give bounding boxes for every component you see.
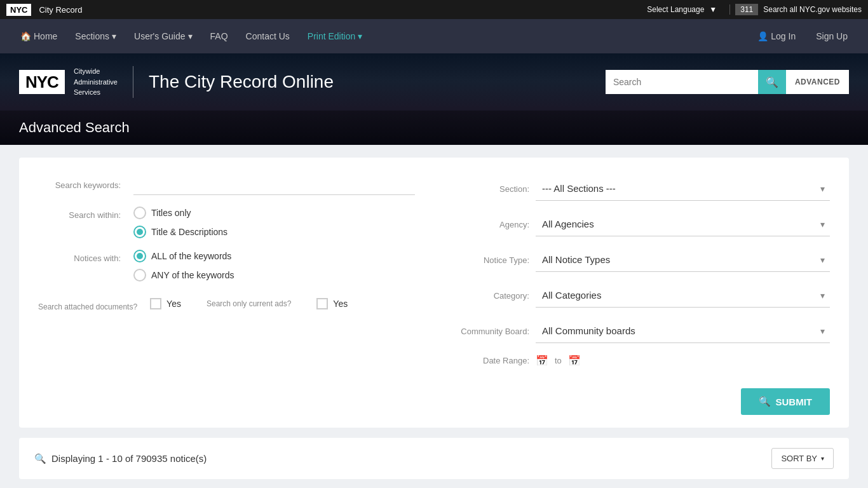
- keywords-control: [133, 177, 415, 195]
- category-row: Category: All Categories: [453, 283, 830, 308]
- radio-titles-only-label: Titles only: [151, 208, 191, 218]
- date-range-row: Date Range: 📅 to 📅: [453, 355, 830, 367]
- notices-with-row: Notices with: ALL of the keywords ANY of…: [38, 250, 415, 281]
- radio-title-desc-circle: [133, 226, 146, 238]
- results-bar-card: 🔍 Displaying 1 - 10 of 790935 notice(s) …: [19, 438, 849, 479]
- nyc-big-logo: NYC: [19, 70, 65, 94]
- radio-any-keywords-label: ANY of the keywords: [151, 270, 234, 280]
- radio-all-keywords-label: ALL of the keywords: [151, 251, 231, 261]
- attached-docs-checkbox-box: [150, 298, 161, 309]
- radio-titles-only-circle: [133, 207, 146, 219]
- city-record-label: City Record: [39, 5, 82, 15]
- date-to-label: to: [555, 356, 562, 365]
- submit-button[interactable]: 🔍 SUBMIT: [741, 388, 831, 415]
- notices-with-label: Notices with:: [38, 250, 121, 263]
- main-content: Search keywords: Search within: Titles o…: [0, 145, 868, 488]
- hero-inner: NYC Citywide Administrative Services The…: [0, 53, 868, 111]
- guide-chevron-icon: ▾: [188, 31, 193, 41]
- notice-type-row: Notice Type: All Notice Types: [453, 248, 830, 272]
- search-within-radio-group: Titles only Title & Descriptions: [133, 207, 415, 238]
- nav-right: 👤 Log In Sign Up: [750, 26, 855, 46]
- search-icon: 🔍: [766, 76, 778, 88]
- agency-label: Agency:: [453, 220, 529, 229]
- current-ads-checkbox-label: Yes: [333, 299, 348, 309]
- checkboxes-control: Yes Search only current ads? Yes: [150, 298, 415, 309]
- advanced-search-button[interactable]: ADVANCED: [786, 70, 849, 94]
- community-board-select[interactable]: All Community boards: [536, 319, 830, 343]
- divider: [729, 4, 730, 15]
- select-language[interactable]: Select Language: [647, 5, 704, 14]
- form-right: Section: --- All Sections --- Agency: Al…: [453, 177, 830, 415]
- attached-docs-checkbox-label: Yes: [166, 299, 181, 309]
- search-form-card: Search keywords: Search within: Titles o…: [19, 158, 849, 428]
- results-count: Displaying 1 - 10 of 790935 notice(s): [51, 453, 207, 464]
- advanced-search-bar: Advanced Search: [0, 111, 868, 145]
- logo-text: Citywide Administrative Services: [74, 66, 118, 98]
- search-button[interactable]: 🔍: [758, 70, 786, 94]
- start-date-calendar-icon[interactable]: 📅: [536, 355, 548, 367]
- radio-title-desc-label: Title & Descriptions: [151, 227, 227, 237]
- notice-type-select[interactable]: All Notice Types: [536, 248, 830, 272]
- category-select-wrapper: All Categories: [536, 283, 830, 308]
- btn-311[interactable]: 311: [735, 4, 758, 15]
- results-search-icon: 🔍: [34, 453, 46, 464]
- radio-titles-only[interactable]: Titles only: [133, 207, 415, 219]
- date-range-label: Date Range:: [453, 356, 529, 365]
- keywords-input[interactable]: [133, 177, 415, 195]
- search-within-label: Search within:: [38, 207, 121, 220]
- nyc-logo-small: NYC: [6, 4, 31, 16]
- radio-all-keywords-circle: [133, 250, 146, 262]
- category-select[interactable]: All Categories: [536, 283, 830, 308]
- nav-faq[interactable]: FAQ: [203, 26, 236, 46]
- attached-docs-checkbox[interactable]: Yes: [150, 298, 181, 309]
- nav-links: 🏠 Home Sections ▾ User's Guide ▾ FAQ Con…: [13, 26, 750, 46]
- hero-logo: NYC Citywide Administrative Services The…: [19, 66, 334, 98]
- notice-type-label: Notice Type:: [453, 255, 529, 265]
- radio-title-desc[interactable]: Title & Descriptions: [133, 226, 415, 238]
- section-row: Section: --- All Sections ---: [453, 177, 830, 201]
- notices-with-control: ALL of the keywords ANY of the keywords: [133, 250, 415, 281]
- sort-by-button[interactable]: SORT BY ▾: [771, 448, 834, 469]
- attached-docs-label: Search attached documents?: [38, 298, 137, 313]
- nav-bar: 🏠 Home Sections ▾ User's Guide ▾ FAQ Con…: [0, 19, 868, 53]
- home-icon: 🏠: [20, 31, 31, 41]
- category-label: Category:: [453, 291, 529, 301]
- form-left: Search keywords: Search within: Titles o…: [38, 177, 415, 415]
- search-input[interactable]: [606, 70, 758, 94]
- search-all-gov[interactable]: Search all NYC.gov websites: [763, 5, 862, 14]
- submit-row: 🔍 SUBMIT: [453, 388, 830, 415]
- hero-wrapper: NYC Citywide Administrative Services The…: [0, 53, 868, 145]
- radio-all-keywords[interactable]: ALL of the keywords: [133, 250, 415, 262]
- community-board-row: Community Board: All Community boards: [453, 319, 830, 343]
- nav-contact-us[interactable]: Contact Us: [238, 26, 297, 46]
- language-dropdown-icon[interactable]: ▼: [709, 5, 717, 14]
- community-board-select-wrapper: All Community boards: [536, 319, 830, 343]
- current-ads-checkbox[interactable]: Yes: [316, 298, 348, 309]
- agency-row: Agency: All Agencies: [453, 212, 830, 236]
- keywords-row: Search keywords:: [38, 177, 415, 195]
- date-range-control: 📅 to 📅: [536, 355, 581, 367]
- nav-login[interactable]: 👤 Log In: [750, 26, 803, 46]
- end-date-calendar-icon[interactable]: 📅: [568, 355, 581, 367]
- radio-any-keywords-circle: [133, 269, 146, 281]
- nav-sections[interactable]: Sections ▾: [67, 26, 124, 46]
- agency-select[interactable]: All Agencies: [536, 212, 830, 236]
- print-chevron-icon: ▾: [358, 31, 362, 41]
- results-text: 🔍 Displaying 1 - 10 of 790935 notice(s): [34, 453, 207, 464]
- nav-users-guide[interactable]: User's Guide ▾: [126, 26, 200, 46]
- submit-search-icon: 🔍: [759, 396, 771, 407]
- login-icon: 👤: [757, 31, 768, 41]
- hero-search: 🔍 ADVANCED: [606, 70, 849, 94]
- sort-chevron-icon: ▾: [821, 455, 824, 462]
- section-select[interactable]: --- All Sections ---: [536, 177, 830, 201]
- section-select-wrapper: --- All Sections ---: [536, 177, 830, 201]
- sections-chevron-icon: ▾: [112, 31, 116, 41]
- search-within-row: Search within: Titles only Title & Descr…: [38, 207, 415, 238]
- notice-type-select-wrapper: All Notice Types: [536, 248, 830, 272]
- nav-print-edition[interactable]: Print Edition ▾: [300, 26, 370, 46]
- current-ads-checkbox-box: [316, 298, 328, 309]
- site-title: The City Record Online: [149, 72, 334, 92]
- nav-signup[interactable]: Sign Up: [808, 26, 855, 46]
- radio-any-keywords[interactable]: ANY of the keywords: [133, 269, 415, 281]
- nav-home[interactable]: 🏠 Home: [13, 26, 65, 46]
